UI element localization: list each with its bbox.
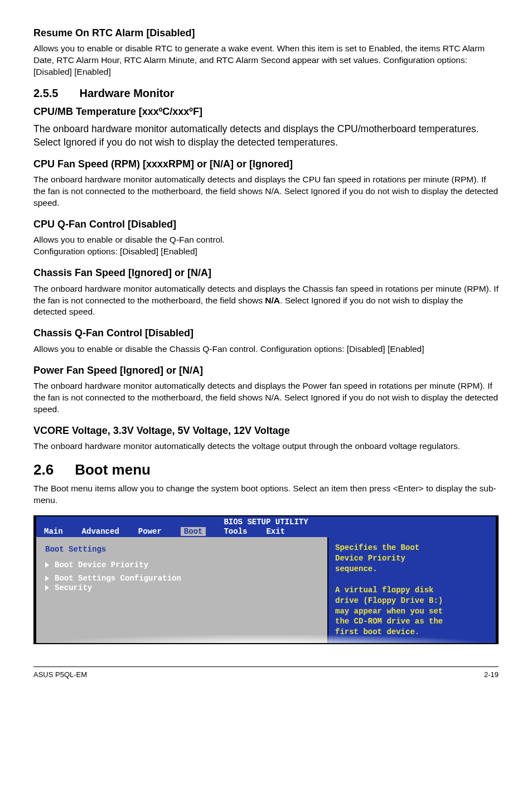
heading-power-fan: Power Fan Speed [Ignored] or [N/A] — [33, 364, 499, 377]
heading-num: 2.6 — [33, 461, 54, 479]
heading-cpu-fan: CPU Fan Speed (RPM) [xxxxRPM] or [N/A] o… — [33, 158, 499, 171]
bios-help-panel: Specifies the Boot Device Priority seque… — [328, 537, 496, 643]
help-line: sequence. — [335, 564, 489, 574]
bios-tab-boot[interactable]: Boot — [181, 527, 206, 536]
heading-num: 2.5.5 — [33, 87, 58, 100]
heading-chassis-fan: Chassis Fan Speed [Ignored] or [N/A] — [33, 267, 499, 279]
help-line: Specifies the Boot — [335, 543, 489, 553]
bios-section-label: Boot Settings — [45, 545, 318, 554]
help-line: first boot device. — [335, 627, 489, 637]
heading-vcore: VCORE Voltage, 3.3V Voltage, 5V Voltage,… — [33, 424, 499, 437]
body-power-fan: The onboard hardware monitor automatical… — [33, 380, 499, 416]
heading-title: Hardware Monitor — [79, 87, 174, 100]
bios-item-security[interactable]: Security — [45, 583, 318, 592]
body-boot-intro: The Boot menu items allow you to change … — [33, 483, 499, 506]
bios-tab-main[interactable]: Main — [44, 527, 75, 536]
triangle-icon — [45, 576, 49, 581]
heading-cpu-qfan: CPU Q-Fan Control [Disabled] — [33, 218, 499, 231]
heading-resume-rtc: Resume On RTC Alarm [Disabled] — [33, 27, 499, 40]
bios-tab-advanced[interactable]: Advanced — [82, 527, 132, 536]
heading-2-6: 2.6 Boot menu — [33, 461, 499, 479]
help-line: A virtual floppy disk — [335, 585, 489, 596]
text-bold-na: N/A — [265, 296, 280, 305]
help-line — [335, 574, 489, 585]
bios-left-panel: Boot Settings Boot Device Priority Boot … — [36, 537, 328, 643]
bios-tab-tools[interactable]: Tools — [224, 527, 259, 536]
bios-item-boot-device-priority[interactable]: Boot Device Priority — [45, 561, 318, 569]
body-vcore: The onboard hardware monitor automatical… — [33, 441, 499, 452]
bios-item-label: Security — [55, 583, 92, 592]
bios-item-label: Boot Settings Configuration — [55, 574, 181, 583]
body-resume-rtc: Allows you to enable or disable RTC to g… — [33, 43, 499, 78]
bios-tab-exit[interactable]: Exit — [266, 527, 297, 536]
footer-right: 2-19 — [484, 670, 499, 679]
help-line: Device Priority — [335, 553, 489, 564]
bios-screenshot: BIOS SETUP UTILITY Main Advanced Power B… — [33, 515, 499, 644]
heading-chassis-qfan: Chassis Q-Fan Control [Disabled] — [33, 327, 499, 340]
body-cpu-fan: The onboard hardware monitor automatical… — [33, 174, 499, 209]
body-chassis-fan: The onboard hardware monitor automatical… — [33, 283, 499, 318]
page-footer: ASUS P5QL-EM 2-19 — [33, 666, 499, 679]
triangle-icon — [45, 562, 49, 568]
bios-title: BIOS SETUP UTILITY — [36, 516, 496, 527]
body-cpu-temp: The onboard hardware monitor automatical… — [33, 122, 499, 149]
bios-tabs: Main Advanced Power Boot Tools Exit — [36, 527, 496, 537]
help-line: drive (Floppy Drive B:) — [335, 596, 489, 606]
triangle-icon — [45, 585, 49, 591]
help-line: the CD-ROM drive as the — [335, 616, 489, 627]
body-cpu-qfan: Allows you to enable or disable the Q-Fa… — [33, 234, 499, 258]
heading-2-5-5: 2.5.5 Hardware Monitor — [33, 87, 499, 100]
bios-tab-power[interactable]: Power — [138, 527, 174, 536]
footer-left: ASUS P5QL-EM — [33, 670, 87, 679]
body-chassis-qfan: Allows you to enable or disable the Chas… — [33, 344, 499, 355]
bios-item-boot-settings-config[interactable]: Boot Settings Configuration — [45, 574, 318, 583]
heading-title: Boot menu — [75, 461, 151, 479]
help-line: may appear when you set — [335, 606, 489, 617]
heading-cpu-temp: CPU/MB Temperature [xxxºC/xxxºF] — [33, 105, 499, 118]
bios-item-label: Boot Device Priority — [55, 561, 148, 569]
